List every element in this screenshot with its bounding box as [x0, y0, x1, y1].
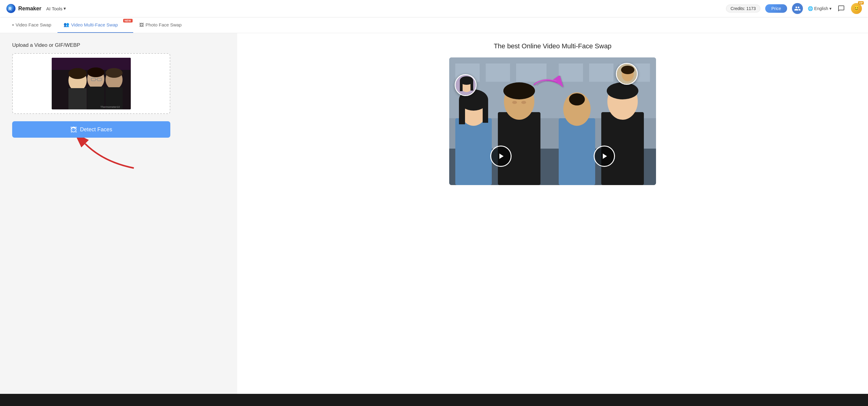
users-icon: 👥	[64, 22, 69, 27]
svg-point-32	[503, 82, 535, 99]
video-thumbnail: Thermometer10	[52, 58, 131, 109]
play-button-right[interactable]	[594, 145, 615, 167]
svg-rect-38	[460, 80, 463, 91]
remaker-logo-icon: R	[6, 4, 16, 13]
demo-image	[449, 58, 656, 185]
language-selector[interactable]: 🌐 English ▾	[808, 6, 832, 11]
tab-label: Video Face Swap	[16, 22, 51, 27]
left-panel: Upload a Video or GIF/WEBP	[0, 33, 237, 405]
svg-rect-22	[486, 64, 510, 82]
svg-rect-6	[68, 88, 87, 109]
svg-rect-39	[470, 80, 473, 91]
svg-point-54	[621, 66, 634, 74]
detect-faces-button[interactable]: Detect Faces	[12, 121, 170, 138]
ai-tools-menu[interactable]: AI Tools ▾	[44, 5, 68, 12]
upload-area[interactable]: Thermometer10	[12, 53, 170, 114]
chevron-down-icon: ▾	[64, 6, 66, 11]
footer-bar	[0, 394, 868, 406]
globe-icon: 🌐	[808, 6, 813, 11]
chat-icon[interactable]	[836, 4, 846, 13]
svg-rect-25	[455, 118, 492, 185]
tab-label: Photo Face Swap	[146, 22, 182, 27]
user-group-icon[interactable]	[792, 3, 803, 14]
svg-text:R: R	[8, 6, 11, 11]
video-thumb-content: Thermometer10	[52, 58, 131, 109]
svg-point-11	[68, 68, 87, 79]
avatar-circle: 😊	[851, 3, 862, 14]
tab-video-face-swap[interactable]: ▪ Video Face Swap	[6, 17, 58, 33]
svg-rect-3	[52, 58, 131, 70]
svg-point-51	[607, 82, 639, 99]
svg-text:Thermometer10: Thermometer10	[100, 105, 120, 108]
header-left: R Remaker AI Tools ▾	[6, 4, 68, 13]
main-container: Upload a Video or GIF/WEBP	[0, 33, 868, 405]
svg-point-48	[569, 93, 585, 105]
price-button[interactable]: Price	[765, 4, 787, 13]
swap-arrow-indicator	[531, 76, 567, 95]
header-right: Credits: 1173 Price 🌐 English ▾ 😊 VIP	[726, 3, 862, 14]
app-header: R Remaker AI Tools ▾ Credits: 1173 Price…	[0, 0, 868, 17]
play-button-left[interactable]	[490, 145, 512, 167]
arrow-annotation	[12, 138, 170, 174]
detect-faces-label: Detect Faces	[80, 127, 112, 133]
demo-after	[553, 58, 656, 185]
tab-video-multi-face-swap[interactable]: 👥 Video Multi-Face Swap NEW	[58, 17, 133, 33]
face-circle-male	[616, 63, 638, 85]
lang-label: English	[814, 6, 828, 11]
brand-name: Remaker	[18, 5, 41, 12]
svg-rect-28	[459, 100, 465, 124]
tab-label: Video Multi-Face Swap	[71, 22, 118, 27]
svg-point-34	[521, 101, 526, 104]
face-circle-female	[455, 74, 476, 96]
svg-rect-29	[483, 100, 488, 123]
upload-label: Upload a Video or GIF/WEBP	[12, 42, 225, 48]
video-icon: ▪	[12, 22, 14, 27]
demo-image-container	[449, 58, 656, 185]
ai-tools-label: AI Tools	[46, 6, 62, 11]
svg-point-33	[512, 101, 517, 104]
credits-badge: Credits: 1173	[726, 5, 760, 12]
tabs-bar: ▪ Video Face Swap 👥 Video Multi-Face Swa…	[0, 17, 868, 33]
svg-point-12	[87, 67, 104, 77]
svg-rect-43	[589, 64, 614, 82]
detect-faces-icon	[70, 126, 77, 133]
image-icon: 🖼	[139, 22, 144, 27]
svg-point-13	[105, 68, 123, 78]
tab-photo-face-swap[interactable]: 🖼 Photo Face Swap	[133, 17, 188, 33]
right-panel-title: The best Online Video Multi-Face Swap	[494, 42, 611, 50]
right-panel: The best Online Video Multi-Face Swap	[237, 33, 868, 405]
vip-badge: VIP	[858, 1, 864, 5]
new-badge: NEW	[123, 19, 133, 23]
chevron-down-icon: ▾	[829, 6, 832, 11]
svg-rect-46	[559, 118, 595, 185]
user-avatar[interactable]: 😊 VIP	[851, 3, 862, 14]
